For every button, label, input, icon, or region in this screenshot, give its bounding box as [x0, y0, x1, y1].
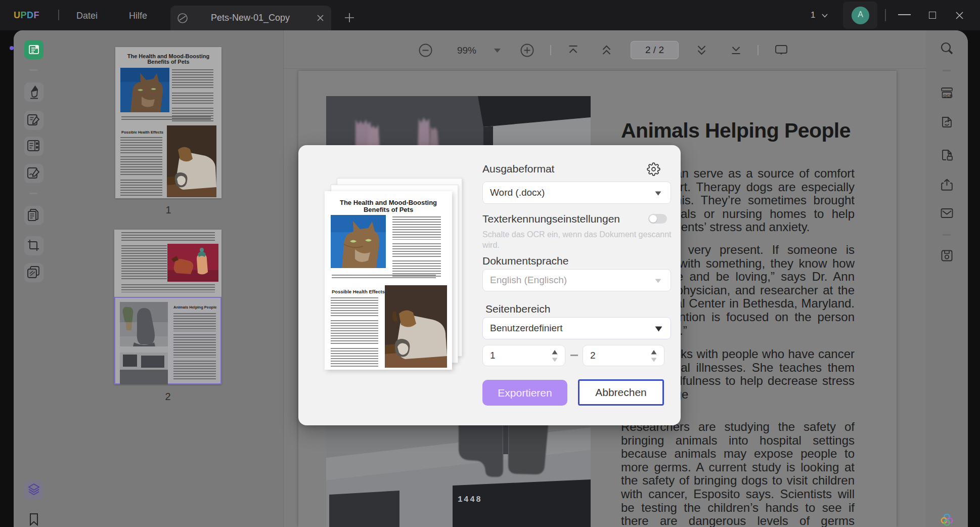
svg-text:1448: 1448 — [458, 495, 482, 504]
